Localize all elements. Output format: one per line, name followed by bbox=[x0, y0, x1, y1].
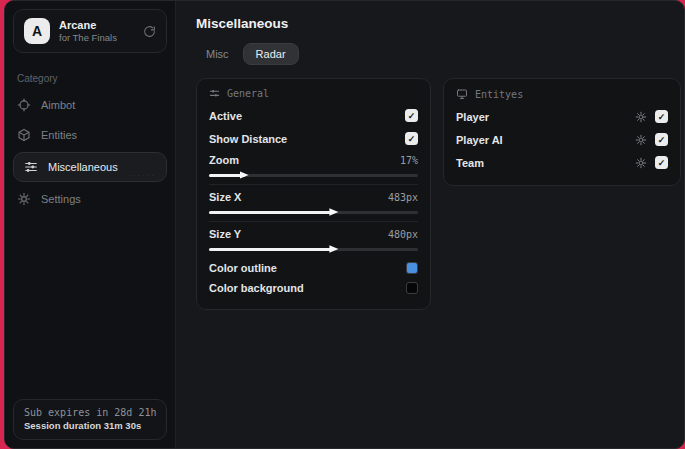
slider-value: 483px bbox=[388, 192, 418, 203]
team-checkbox[interactable] bbox=[655, 156, 668, 169]
dots-texture bbox=[128, 171, 156, 180]
card-row: General Active Show Distance Zoom 17% bbox=[196, 78, 681, 310]
sub-expiry-text: Sub expires in 28d 21h bbox=[24, 407, 156, 418]
entity-controls bbox=[635, 156, 668, 169]
entity-row-player-ai: Player AI bbox=[456, 128, 668, 151]
sidebar-item-label: Settings bbox=[41, 193, 81, 205]
show-distance-checkbox[interactable] bbox=[405, 132, 418, 145]
slider-row-size-y: Size Y 480px bbox=[209, 224, 418, 244]
category-label: Category bbox=[17, 73, 163, 84]
general-card-header: General bbox=[209, 88, 418, 99]
page-title: Miscellaneous bbox=[196, 16, 681, 31]
gear-icon bbox=[17, 192, 31, 206]
cube-icon bbox=[17, 128, 31, 142]
entity-settings-gear-icon[interactable] bbox=[635, 111, 647, 123]
color-row-outline: Color outline bbox=[209, 258, 418, 278]
tab-radar[interactable]: Radar bbox=[243, 43, 299, 65]
app-window: A Arcane for The Finals Category bbox=[4, 0, 685, 449]
slider-fill bbox=[209, 211, 334, 214]
slider-thumb[interactable] bbox=[240, 171, 249, 180]
toggle-row-show-distance: Show Distance bbox=[209, 127, 418, 150]
general-card: General Active Show Distance Zoom 17% bbox=[196, 78, 431, 310]
sidebar-item-label: Aimbot bbox=[41, 99, 75, 111]
active-checkbox[interactable] bbox=[405, 109, 418, 122]
app-subtitle: for The Finals bbox=[59, 32, 117, 43]
entities-card-title: Entityes bbox=[475, 89, 523, 100]
general-card-title: General bbox=[227, 88, 269, 99]
slider-thumb[interactable] bbox=[329, 245, 338, 254]
tab-bar: Misc Radar bbox=[196, 43, 681, 65]
color-background-swatch[interactable] bbox=[406, 282, 418, 294]
slider-thumb[interactable] bbox=[329, 208, 338, 217]
player-checkbox[interactable] bbox=[655, 110, 668, 123]
sliders-icon bbox=[24, 160, 38, 174]
size-x-slider[interactable] bbox=[209, 207, 418, 217]
main-content: Miscellaneous Misc Radar Gene bbox=[176, 1, 685, 448]
entity-settings-gear-icon[interactable] bbox=[635, 157, 647, 169]
entity-controls bbox=[635, 133, 668, 146]
sliders-small-icon bbox=[209, 88, 220, 99]
slider-row-size-x: Size X 483px bbox=[209, 187, 418, 207]
slider-label: Size Y bbox=[209, 228, 241, 240]
sidebar-nav: Aimbot Entities bbox=[5, 90, 175, 214]
app-meta: Arcane for The Finals bbox=[59, 19, 117, 43]
color-label: Color background bbox=[209, 282, 304, 294]
sidebar-item-label: Entities bbox=[41, 129, 77, 141]
app-backdrop: A Arcane for The Finals Category bbox=[0, 0, 685, 449]
slider-track[interactable] bbox=[209, 248, 418, 251]
size-y-slider[interactable] bbox=[209, 244, 418, 254]
entity-row-team: Team bbox=[456, 151, 668, 174]
sidebar-item-label: Miscellaneous bbox=[48, 161, 118, 173]
slider-value: 480px bbox=[388, 229, 418, 240]
color-outline-swatch[interactable] bbox=[406, 262, 418, 274]
sidebar-item-aimbot[interactable]: Aimbot bbox=[5, 90, 175, 120]
sidebar-item-miscellaneous[interactable]: Miscellaneous bbox=[13, 152, 167, 182]
divider bbox=[209, 221, 418, 222]
sidebar-item-entities[interactable]: Entities bbox=[5, 120, 175, 150]
color-row-background: Color background bbox=[209, 278, 418, 298]
toggle-row-active: Active bbox=[209, 104, 418, 127]
color-label: Color outline bbox=[209, 262, 277, 274]
entities-card-header: Entityes bbox=[456, 88, 668, 100]
session-duration-text: Session duration 31m 30s bbox=[24, 420, 156, 431]
slider-value: 17% bbox=[400, 155, 418, 166]
divider bbox=[209, 184, 418, 185]
entity-settings-gear-icon[interactable] bbox=[635, 134, 647, 146]
entity-controls bbox=[635, 110, 668, 123]
slider-fill bbox=[209, 174, 245, 177]
entities-card: Entityes Player bbox=[443, 78, 681, 186]
slider-row-zoom: Zoom 17% bbox=[209, 150, 418, 170]
toggle-label: Active bbox=[209, 110, 242, 122]
sidebar-item-settings[interactable]: Settings bbox=[5, 184, 175, 214]
crosshair-icon bbox=[17, 98, 31, 112]
subscription-card: Sub expires in 28d 21h Session duration … bbox=[13, 399, 167, 440]
app-logo: A bbox=[24, 18, 50, 44]
app-title: Arcane bbox=[59, 19, 117, 31]
slider-label: Zoom bbox=[209, 154, 239, 166]
entity-row-player: Player bbox=[456, 105, 668, 128]
toggle-label: Show Distance bbox=[209, 133, 287, 145]
zoom-slider[interactable] bbox=[209, 170, 418, 180]
slider-label: Size X bbox=[209, 191, 241, 203]
tab-misc[interactable]: Misc bbox=[196, 43, 239, 65]
sync-icon[interactable] bbox=[143, 25, 156, 38]
slider-track[interactable] bbox=[209, 174, 418, 177]
entity-label: Team bbox=[456, 157, 484, 169]
entity-label: Player AI bbox=[456, 134, 503, 146]
slider-track[interactable] bbox=[209, 211, 418, 214]
monitor-icon bbox=[456, 88, 468, 100]
slider-fill bbox=[209, 248, 334, 251]
app-header-card: A Arcane for The Finals bbox=[13, 9, 167, 53]
entity-label: Player bbox=[456, 111, 489, 123]
player-ai-checkbox[interactable] bbox=[655, 133, 668, 146]
sidebar: A Arcane for The Finals Category bbox=[5, 1, 176, 448]
